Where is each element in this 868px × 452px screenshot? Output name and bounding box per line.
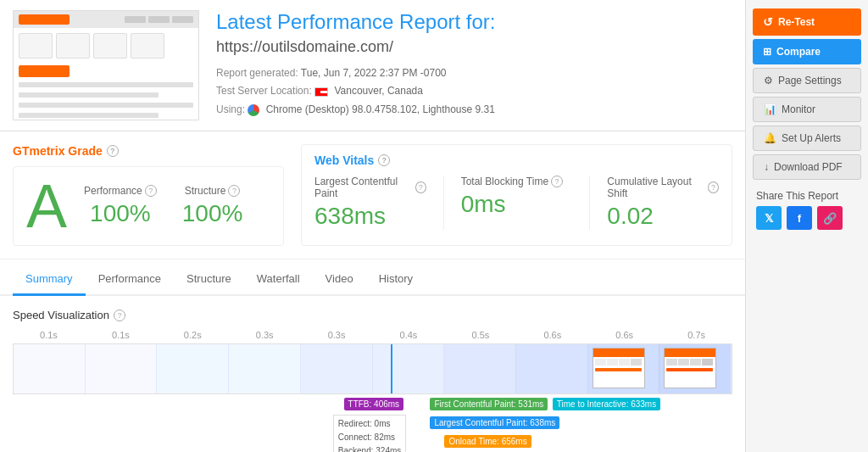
lcp-info-icon[interactable]: ?	[415, 181, 426, 193]
lcp-metric: Largest Contentful Paint ? 638ms	[314, 176, 426, 230]
onload-label: Onload Time: 656ms	[444, 435, 531, 448]
download-pdf-button[interactable]: ↓ Download PDF	[753, 154, 861, 180]
preview-card	[93, 33, 127, 59]
lcp-label: Largest Contentful Paint ?	[314, 176, 426, 199]
speed-visualization: Speed Visualization ? 0.1s 0.1s 0.2s 0.3…	[0, 296, 745, 452]
annotations: TTFB: 406ms Redirect: 0ms Connect: 82ms …	[13, 398, 732, 452]
settings-icon: ⚙	[764, 75, 773, 86]
performance-info-icon[interactable]: ?	[145, 185, 157, 197]
tab-structure[interactable]: Structure	[174, 264, 244, 296]
retest-button[interactable]: ↺ Re-Test	[753, 8, 861, 36]
tl-label: 0.2s	[157, 330, 229, 340]
tab-history[interactable]: History	[366, 264, 426, 296]
report-title: Latest Performance Report for:	[216, 10, 732, 35]
grade-title: GTmetrix Grade ?	[13, 144, 284, 158]
lcp-value: 638ms	[314, 203, 426, 230]
performance-label: Performance ?	[84, 185, 157, 197]
timeline-bar	[13, 343, 732, 394]
header-section: Latest Performance Report for: https://o…	[0, 0, 745, 131]
grade-metrics: Performance ? 100% Structure ? 100%	[84, 185, 242, 227]
vitals-content: Largest Contentful Paint ? 638ms Total B…	[314, 176, 719, 230]
tl-label: 0.6s	[516, 330, 588, 340]
tl-label: 0.6s	[588, 330, 660, 340]
structure-value: 100%	[182, 200, 243, 227]
canada-flag	[314, 87, 328, 97]
grade-section: GTmetrix Grade ? A Performance ? 100%	[0, 131, 745, 259]
download-icon: ↓	[764, 161, 769, 173]
tab-performance[interactable]: Performance	[86, 264, 174, 296]
ttfb-connect: Connect: 82ms	[338, 431, 402, 444]
preview-card	[56, 33, 90, 59]
tab-waterfall[interactable]: Waterfall	[244, 264, 313, 296]
monitor-button[interactable]: 📊 Monitor	[753, 97, 861, 122]
tabs-bar: Summary Performance Structure Waterfall …	[0, 264, 745, 296]
tab-video[interactable]: Video	[313, 264, 366, 296]
structure-label: Structure ?	[182, 185, 243, 197]
server-label: Test Server Location:	[216, 85, 312, 97]
preview-card	[19, 33, 53, 59]
tbt-metric: Total Blocking Time ? 0ms	[461, 176, 573, 230]
preview-logo	[19, 14, 70, 25]
generated-label: Report generated:	[216, 67, 298, 79]
gtmetrix-grade: GTmetrix Grade ? A Performance ? 100%	[13, 144, 284, 246]
structure-metric: Structure ? 100%	[182, 185, 243, 227]
set-up-alerts-button[interactable]: 🔔 Set Up Alerts	[753, 126, 861, 151]
vitals-title: Web Vitals ?	[314, 153, 719, 167]
structure-info-icon[interactable]: ?	[228, 185, 240, 197]
ttfb-label: TTFB: 406ms	[344, 398, 404, 410]
website-preview	[13, 10, 199, 120]
server-value: Vancouver, Canada	[334, 85, 423, 97]
title-area: Latest Performance Report for: https://o…	[216, 10, 732, 120]
page-settings-button[interactable]: ⚙ Page Settings	[753, 68, 861, 93]
tl-label: 0.1s	[85, 330, 157, 340]
share-icons: 𝕏 f 🔗	[746, 206, 868, 230]
ttfb-details: Redirect: 0ms Connect: 82ms Backend: 324…	[333, 415, 407, 452]
timeline: 0.1s 0.1s 0.2s 0.3s 0.3s 0.4s 0.5s 0.6s …	[13, 330, 732, 452]
tbt-label: Total Blocking Time ?	[461, 176, 573, 187]
preview-button	[19, 65, 70, 77]
using-label: Using:	[216, 103, 245, 115]
share-label: Share This Report	[746, 181, 868, 206]
grade-info-icon[interactable]: ?	[107, 145, 119, 157]
speed-title: Speed Visualization ?	[13, 309, 732, 321]
tl-label: 0.3s	[229, 330, 301, 340]
preview-row	[19, 92, 159, 98]
tl-label: 0.3s	[301, 330, 373, 340]
using-value: Chrome (Desktop) 98.0.4758.102, Lighthou…	[266, 103, 495, 115]
cls-metric: Cumulative Layout Shift ? 0.02	[607, 176, 719, 230]
performance-value: 100%	[84, 200, 157, 227]
grade-content: A Performance ? 100% Structure ?	[13, 166, 284, 246]
tl-label: 0.4s	[373, 330, 445, 340]
timeline-labels: 0.1s 0.1s 0.2s 0.3s 0.3s 0.4s 0.5s 0.6s …	[13, 330, 732, 340]
compare-button[interactable]: ⊞ Compare	[753, 39, 861, 64]
tl-label: 0.1s	[13, 330, 85, 340]
report-info: Report generated: Tue, Jun 7, 2022 2:37 …	[216, 64, 732, 120]
preview-card	[131, 33, 164, 59]
ttfb-backend: Backend: 324ms	[338, 444, 402, 452]
alert-icon: 🔔	[764, 132, 776, 144]
ttfb-redirect: Redirect: 0ms	[338, 417, 402, 431]
grade-letter: A	[26, 176, 67, 237]
tab-summary[interactable]: Summary	[13, 264, 86, 296]
cls-info-icon[interactable]: ?	[708, 181, 719, 193]
cls-label: Cumulative Layout Shift ?	[607, 176, 719, 199]
sidebar: ↺ Re-Test ⊞ Compare ⚙ Page Settings 📊 Mo…	[745, 0, 868, 452]
tl-label: 0.7s	[660, 330, 732, 340]
facebook-share-button[interactable]: f	[787, 206, 812, 230]
preview-row	[19, 113, 159, 118]
tbt-info-icon[interactable]: ?	[551, 176, 563, 187]
retest-icon: ↺	[763, 15, 773, 29]
vitals-info-icon[interactable]: ?	[378, 154, 390, 166]
twitter-share-button[interactable]: 𝕏	[756, 206, 782, 230]
report-url: https://outilsdomaine.com/	[216, 38, 732, 56]
preview-row	[19, 103, 193, 108]
tbt-value: 0ms	[461, 191, 573, 218]
monitor-icon: 📊	[764, 103, 776, 115]
copy-link-button[interactable]: 🔗	[817, 206, 843, 230]
cls-value: 0.02	[607, 203, 719, 230]
generated-value: Tue, Jun 7, 2022 2:37 PM -0700	[301, 67, 447, 79]
speed-info-icon[interactable]: ?	[114, 310, 125, 321]
performance-metric: Performance ? 100%	[84, 185, 157, 227]
chrome-icon	[248, 104, 259, 116]
compare-icon: ⊞	[763, 46, 771, 58]
